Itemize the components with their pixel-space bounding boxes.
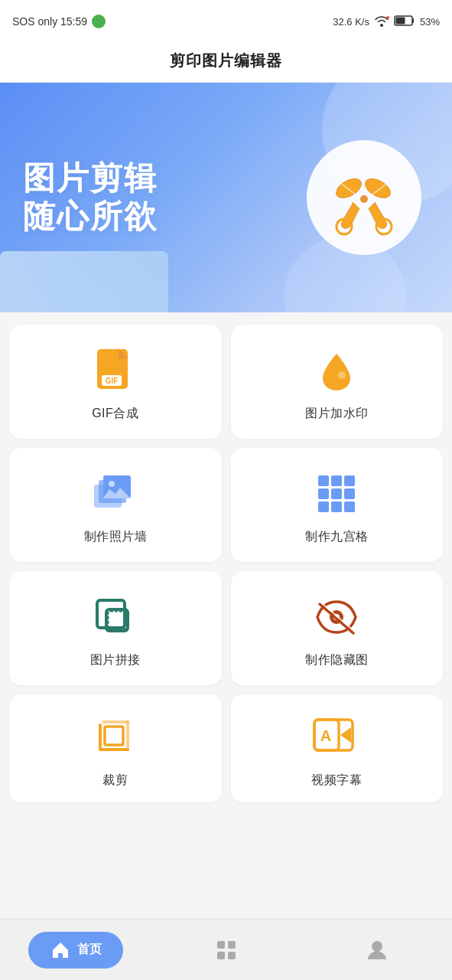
hidden-label: 制作隐藏图 — [305, 652, 369, 668]
grid-item-hidden[interactable]: 制作隐藏图 — [231, 571, 444, 685]
grid-item-ninegrid[interactable]: 制作九宫格 — [231, 448, 444, 562]
svg-rect-45 — [228, 941, 236, 949]
svg-rect-46 — [217, 952, 225, 959]
battery-icon — [394, 15, 415, 29]
svg-text:GIF: GIF — [105, 377, 118, 385]
svg-rect-23 — [331, 488, 342, 499]
gif-label: GIF合成 — [92, 406, 138, 422]
network-speed: 32.6 K/s — [333, 16, 369, 28]
battery-pct: 53% — [420, 16, 440, 28]
svg-rect-28 — [97, 600, 125, 628]
banner-line1: 图片剪辑 — [23, 159, 158, 198]
nav-home-pill: 首页 — [28, 932, 123, 969]
svg-point-14 — [338, 371, 346, 379]
banner-text: 图片剪辑 随心所欲 — [23, 159, 158, 237]
svg-rect-26 — [331, 501, 342, 512]
ninegrid-icon — [312, 469, 361, 518]
photowall-label: 制作照片墙 — [84, 529, 148, 545]
photowall-icon — [91, 469, 140, 518]
svg-rect-2 — [395, 17, 405, 24]
svg-rect-39 — [105, 727, 123, 745]
bottom-nav: 首页 — [0, 919, 452, 980]
grid-section: GIF GIF合成 图片加水印 — [0, 312, 452, 802]
grid-item-videoa[interactable]: A 视频字幕 — [231, 694, 444, 802]
grid-item-watermark[interactable]: 图片加水印 — [231, 325, 444, 439]
status-text: SOS only 15:59 — [12, 15, 87, 28]
wifi-icon — [374, 15, 389, 29]
svg-point-18 — [109, 481, 115, 487]
ninegrid-label: 制作九宫格 — [305, 529, 369, 545]
splice-label: 图片拼接 — [90, 652, 141, 668]
svg-point-5 — [360, 195, 368, 203]
crop-label: 裁剪 — [102, 773, 128, 789]
crop-icon — [91, 713, 140, 762]
status-left: SOS only 15:59 — [12, 15, 106, 28]
watermark-label: 图片加水印 — [305, 406, 369, 422]
grid-row-2: 制作照片墙 制作九宫格 — [9, 448, 443, 562]
android-icon — [92, 15, 106, 28]
svg-marker-41 — [340, 727, 351, 743]
scissors-circle — [307, 140, 421, 255]
home-icon — [50, 939, 71, 961]
svg-rect-22 — [318, 488, 329, 499]
grid-row-1: GIF GIF合成 图片加水印 — [9, 325, 443, 439]
banner-scissors — [307, 140, 421, 255]
app-header: 剪印图片编辑器 — [0, 40, 452, 83]
apps-icon — [214, 938, 239, 962]
app-title: 剪印图片编辑器 — [170, 52, 282, 69]
nav-item-home[interactable]: 首页 — [0, 932, 151, 969]
grid-item-crop[interactable]: 裁剪 — [9, 694, 222, 802]
scissors-svg — [326, 159, 402, 236]
svg-rect-24 — [344, 488, 355, 499]
svg-rect-20 — [331, 475, 342, 486]
svg-point-0 — [386, 16, 389, 19]
svg-rect-27 — [344, 501, 355, 512]
banner: 图片剪辑 随心所欲 — [0, 83, 452, 312]
grid-item-splice[interactable]: 图片拼接 — [9, 571, 222, 685]
svg-point-48 — [372, 941, 382, 952]
grid-item-gif[interactable]: GIF GIF合成 — [9, 325, 222, 439]
videoa-label: 视频字幕 — [311, 773, 362, 789]
hidden-icon — [312, 593, 361, 642]
banner-line2: 随心所欲 — [23, 198, 158, 236]
waterdrop-icon — [312, 346, 361, 395]
nav-item-apps[interactable] — [151, 938, 301, 962]
videoa-icon: A — [312, 713, 361, 762]
profile-icon — [365, 938, 389, 962]
status-right: 32.6 K/s 53% — [333, 15, 440, 29]
grid-item-photowall[interactable]: 制作照片墙 — [9, 448, 222, 562]
splice-icon — [91, 593, 140, 642]
svg-rect-25 — [318, 501, 329, 512]
gif-icon: GIF — [91, 346, 140, 395]
svg-text:A: A — [320, 727, 331, 744]
svg-rect-19 — [318, 475, 329, 486]
nav-item-profile[interactable] — [301, 938, 452, 962]
grid-row-3: 图片拼接 制作隐藏图 — [9, 571, 443, 685]
nav-home-label: 首页 — [77, 942, 102, 958]
svg-rect-21 — [344, 475, 355, 486]
svg-rect-44 — [217, 941, 225, 949]
svg-rect-47 — [228, 952, 236, 959]
grid-row-4: 裁剪 A 视频字幕 — [9, 694, 443, 802]
status-bar: SOS only 15:59 32.6 K/s 53% — [0, 0, 452, 40]
banner-deco — [0, 251, 168, 312]
